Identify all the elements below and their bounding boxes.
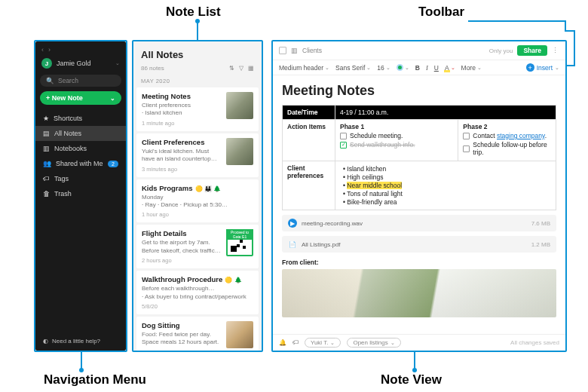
font-select[interactable]: Sans Serif⌄ xyxy=(335,64,371,72)
note-thumbnail xyxy=(226,138,253,165)
card-time: 3 minutes ago xyxy=(142,166,222,173)
row-label: Date/Time xyxy=(283,106,335,120)
checkbox-item[interactable]: ✓ Send walkthrough info. xyxy=(340,141,453,149)
new-note-button[interactable]: + New Note ⌄ xyxy=(40,91,121,105)
share-status: Only you xyxy=(489,47,513,54)
sort-icon[interactable]: ⇅ xyxy=(229,65,234,72)
nav-item-icon: 🗑 xyxy=(43,190,50,198)
checkbox-item[interactable]: Schedule meeting. xyxy=(340,132,453,139)
card-title: Kids Programs🟡 👪 🌲 xyxy=(142,184,253,192)
search-input[interactable]: 🔍 Search xyxy=(40,75,121,87)
sidebar-item-label: Shared with Me xyxy=(56,160,103,167)
card-time: 2 hours ago xyxy=(142,257,222,264)
nav-item-icon: 🏷 xyxy=(43,175,50,182)
note-card[interactable]: Flight Details Get to the airport by 7am… xyxy=(136,225,259,268)
note-card[interactable]: Walkthrough Procedure🟡 🌲 Before each wal… xyxy=(136,271,259,314)
client-photo[interactable] xyxy=(282,269,556,317)
sidebar-item-label: All Notes xyxy=(54,130,81,137)
checkbox-icon xyxy=(463,145,470,152)
list-item: Tons of natural light xyxy=(343,190,551,198)
save-status: All changes saved xyxy=(510,339,559,346)
more-icon[interactable]: ⋮ xyxy=(552,47,559,54)
checkbox-checked-icon: ✓ xyxy=(340,142,347,149)
note-count: 86 notes xyxy=(141,65,164,72)
date-time[interactable]: 4-19 / 11:00 a.m. xyxy=(335,106,556,120)
note-view: ▥ Clients Only you Share ⋮ Medium header… xyxy=(273,41,565,351)
card-time: 5/2/20 xyxy=(142,349,222,351)
phase-header: Phase 2 xyxy=(463,123,551,130)
text-color-button[interactable]: ⌄ xyxy=(397,64,409,71)
tag-icon[interactable]: 🏷 xyxy=(292,339,299,346)
attachment[interactable]: 📄 All Listings.pdf 1.2 MB xyxy=(282,236,556,253)
note-title[interactable]: Meeting Notes xyxy=(282,83,556,99)
card-title: Flight Details xyxy=(142,229,222,237)
attachment-name: All Listings.pdf xyxy=(302,241,341,248)
note-card[interactable]: Dog Sitting Food: Feed twice per day. Sp… xyxy=(136,317,259,351)
sidebar-item-trash[interactable]: 🗑Trash xyxy=(35,186,126,201)
expand-icon[interactable] xyxy=(279,47,286,54)
card-badges: 🟡 🌲 xyxy=(225,277,241,283)
color-swatch-icon xyxy=(397,64,403,71)
shared-user-pill[interactable]: Yuki T.⌄ xyxy=(305,338,341,348)
sidebar-item-notebooks[interactable]: ▥Notebooks xyxy=(35,141,126,156)
note-thumbnail xyxy=(226,92,253,119)
callout-label-notelist: Note List xyxy=(166,5,221,20)
sidebar-item-label: Notebooks xyxy=(54,145,87,152)
italic-button[interactable]: I xyxy=(426,64,428,72)
checkbox-icon xyxy=(463,133,470,139)
nav-fwd-icon[interactable]: › xyxy=(48,46,51,54)
share-button[interactable]: Share xyxy=(517,45,547,56)
phase-header: Phase 1 xyxy=(340,123,453,130)
sidebar-item-label: Trash xyxy=(54,190,72,198)
insert-button[interactable]: + Insert ⌄ xyxy=(526,63,559,72)
search-placeholder: Search xyxy=(58,77,78,84)
nav-back-icon[interactable]: ‹ xyxy=(41,46,44,54)
checkbox-item[interactable]: Contact staging company. xyxy=(463,132,551,139)
card-time: 5/8/20 xyxy=(142,303,253,310)
chevron-down-icon: ⌄ xyxy=(110,95,115,102)
chevron-down-icon: ⌄ xyxy=(115,60,120,66)
sidebar-item-shared-with-me[interactable]: 👥Shared with Me2 xyxy=(35,156,126,171)
audio-icon: ▶ xyxy=(288,219,297,228)
highlight-button[interactable]: A⌄ xyxy=(445,64,455,72)
sidebar-item-all-notes[interactable]: ▤All Notes xyxy=(35,126,126,141)
list-month: MAY 2020 xyxy=(133,75,262,86)
bold-button[interactable]: B xyxy=(415,64,420,72)
reminder-icon[interactable]: 🔔 xyxy=(279,339,286,346)
filter-icon[interactable]: ▽ xyxy=(239,65,243,72)
nav-user[interactable]: J Jamie Gold ⌄ xyxy=(35,55,126,73)
sidebar-item-shortcuts[interactable]: ★Shortcuts xyxy=(35,111,126,126)
breadcrumb[interactable]: Clients xyxy=(302,47,322,54)
attachment[interactable]: ▶ meeting-recording.wav 7.6 MB xyxy=(282,215,556,231)
note-card[interactable]: Client Preferences Yuki's ideal kitchen.… xyxy=(136,133,259,177)
note-list: All Notes 86 notes ⇅ ▽ ▦ MAY 2020 Meetin… xyxy=(133,41,262,351)
nav-item-icon: ★ xyxy=(43,115,49,122)
style-select[interactable]: Medium header⌄ xyxy=(279,64,329,72)
card-time: 1 minute ago xyxy=(142,120,222,127)
list-item: Near middle school xyxy=(343,182,551,189)
preferences-list[interactable]: Island kitchenHigh ceilingsNear middle s… xyxy=(340,165,551,206)
row-label: Client preferences xyxy=(283,161,335,210)
meeting-table: Date/Time 4-19 / 11:00 a.m. Action Items… xyxy=(282,105,556,210)
note-card[interactable]: Kids Programs🟡 👪 🌲 Monday· Ray · Dance ·… xyxy=(136,179,259,223)
help-link[interactable]: ◐ Need a little help? xyxy=(35,333,126,351)
checkbox-item[interactable]: Schedule follow-up before trip. xyxy=(463,141,551,156)
more-format-button[interactable]: More⌄ xyxy=(461,64,482,72)
underline-button[interactable]: U xyxy=(434,64,439,72)
card-desc: Before each walkthrough…· Ask buyer to b… xyxy=(142,285,253,301)
note-card[interactable]: Meeting Notes Client preferences· Island… xyxy=(136,87,259,131)
notebook-icon: ▥ xyxy=(291,47,298,54)
size-select[interactable]: 16⌄ xyxy=(377,64,390,72)
view-icon[interactable]: ▦ xyxy=(248,65,254,72)
link[interactable]: staging company xyxy=(497,132,545,139)
card-title: Client Preferences xyxy=(142,138,222,146)
tag-pill[interactable]: Open listings⌄ xyxy=(347,338,400,348)
nav-item-icon: 👥 xyxy=(43,160,51,167)
card-title: Walkthrough Procedure🟡 🌲 xyxy=(142,275,253,283)
card-desc: Get to the airport by 7am. Before takeof… xyxy=(142,239,222,255)
help-icon: ◐ xyxy=(43,338,48,345)
card-time: 1 hour ago xyxy=(142,211,253,218)
card-desc: Monday· Ray · Dance · Pickup at 5:30… xyxy=(142,194,253,210)
card-badges: 🟡 👪 🌲 xyxy=(195,185,221,192)
sidebar-item-tags[interactable]: 🏷Tags xyxy=(35,171,126,186)
